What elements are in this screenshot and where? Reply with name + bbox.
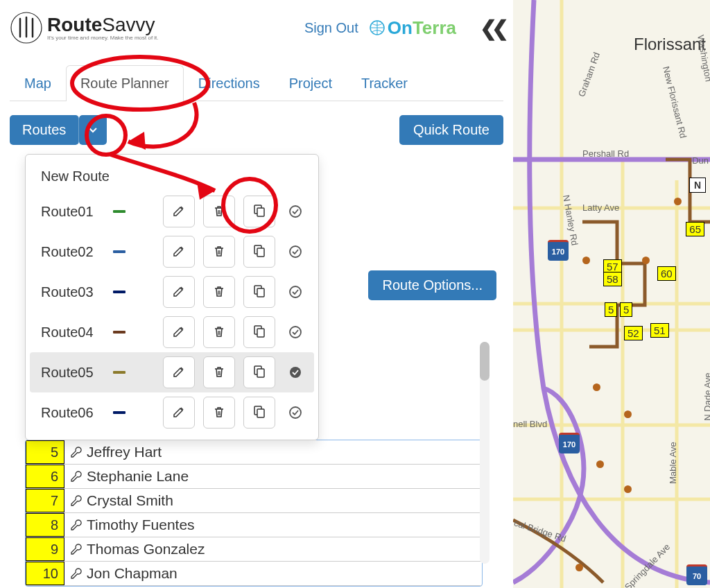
edit-route-button[interactable]	[163, 397, 195, 429]
trash-icon	[212, 204, 226, 220]
stop-name: Timothy Fuentes	[64, 517, 195, 533]
map-marker[interactable]: 5	[605, 302, 617, 317]
route-row[interactable]: Route02	[30, 232, 314, 272]
copy-route-button[interactable]	[243, 397, 275, 429]
route-check-icon[interactable]	[288, 405, 303, 420]
route-check-icon[interactable]	[288, 284, 303, 300]
map-marker[interactable]: 58	[603, 272, 622, 286]
route-name: Route06	[41, 405, 105, 421]
svg-point-29	[290, 367, 301, 378]
route-row[interactable]: Route01	[30, 191, 314, 232]
edit-route-button[interactable]	[163, 316, 195, 348]
stop-number: 10	[26, 562, 64, 585]
delete-route-button[interactable]	[203, 316, 235, 348]
routes-dropdown-toggle[interactable]	[79, 115, 107, 145]
routes-split-button: Routes	[10, 115, 107, 145]
map-marker[interactable]: 65	[686, 222, 704, 236]
svg-rect-23	[257, 329, 264, 337]
route-check-icon[interactable]	[288, 365, 303, 380]
route-color-swatch	[113, 291, 125, 293]
toolbar: Routes Quick Route	[10, 115, 503, 145]
wrench-icon	[70, 567, 83, 580]
map-dot	[596, 460, 604, 468]
delete-route-button[interactable]	[203, 397, 235, 429]
tab-bar: Map Route Planner Directions Project Tra…	[10, 65, 503, 101]
edit-route-button[interactable]	[163, 196, 195, 227]
collapse-panel-icon[interactable]: ❮❮	[480, 16, 503, 40]
route-row[interactable]: Route05	[30, 352, 314, 392]
route-name: Route03	[41, 284, 105, 300]
stop-row[interactable]: 10Jon Chapman	[26, 562, 482, 586]
copy-route-button[interactable]	[243, 276, 275, 308]
delete-route-button[interactable]	[203, 276, 235, 308]
onterra-logo: OnTerra	[368, 17, 456, 39]
stop-name: Stephanie Lane	[64, 468, 189, 485]
wrench-icon	[70, 519, 83, 531]
copy-icon	[252, 284, 267, 301]
edit-route-button[interactable]	[163, 356, 195, 388]
delete-route-button[interactable]	[203, 356, 235, 388]
stop-number: 7	[26, 489, 64, 512]
route-row[interactable]: Route04	[30, 312, 314, 352]
stop-row[interactable]: 9Thomas Gonzalez	[26, 537, 482, 562]
trash-icon	[212, 325, 226, 340]
header-right: Sign Out OnTerra ❮❮	[304, 16, 503, 40]
new-route-item[interactable]: New Route	[30, 162, 314, 191]
route-options-button[interactable]: Route Options...	[368, 270, 496, 300]
copy-route-button[interactable]	[243, 316, 275, 348]
pencil-icon	[172, 365, 186, 381]
scrollbar-thumb[interactable]	[480, 342, 490, 381]
logo: RouteSavvy It's your time and money. Mak…	[10, 11, 159, 44]
map-dot	[674, 198, 682, 205]
copy-icon	[252, 324, 267, 341]
copy-route-button[interactable]	[243, 196, 275, 227]
map-marker[interactable]: 60	[657, 266, 676, 281]
tab-directions[interactable]: Directions	[184, 65, 275, 101]
svg-point-34	[290, 407, 301, 418]
tab-map[interactable]: Map	[10, 65, 66, 101]
map-panel[interactable]: Florissant Graham Rd Washington New Flor…	[513, 0, 710, 588]
map-dot	[624, 485, 632, 493]
edit-route-button[interactable]	[163, 236, 195, 268]
route-check-icon[interactable]	[288, 244, 303, 259]
map-marker[interactable]: 51	[650, 323, 669, 338]
sign-out-link[interactable]: Sign Out	[304, 20, 358, 36]
wrench-icon	[70, 543, 83, 555]
edit-route-button[interactable]	[163, 276, 195, 308]
svg-point-24	[290, 327, 301, 338]
tab-route-planner[interactable]: Route Planner	[66, 65, 184, 101]
quick-route-button[interactable]: Quick Route	[399, 115, 503, 145]
stop-row[interactable]: 8Timothy Fuentes	[26, 513, 482, 537]
tab-project[interactable]: Project	[275, 65, 347, 101]
shield-n: N	[689, 178, 706, 193]
stop-row[interactable]: 6Stephanie Lane	[26, 465, 482, 489]
copy-route-button[interactable]	[243, 356, 275, 388]
stop-name: Crystal Smith	[64, 492, 173, 509]
stop-row[interactable]: 5Jeffrey Hart	[26, 440, 482, 465]
map-marker[interactable]: 52	[624, 326, 643, 340]
svg-rect-28	[257, 369, 264, 377]
map-canvas	[513, 0, 710, 588]
tab-tracker[interactable]: Tracker	[347, 65, 422, 101]
routes-button[interactable]: Routes	[10, 115, 79, 145]
route-check-icon[interactable]	[288, 325, 303, 340]
delete-route-button[interactable]	[203, 196, 235, 227]
route-row[interactable]: Route06	[30, 392, 314, 433]
copy-route-button[interactable]	[243, 236, 275, 268]
scrollbar[interactable]	[480, 342, 490, 564]
trash-icon	[212, 284, 226, 300]
route-row[interactable]: Route03	[30, 272, 314, 312]
stop-row[interactable]: 7Crystal Smith	[26, 489, 482, 513]
left-panel: RouteSavvy It's your time and money. Mak…	[0, 0, 513, 588]
road-label-dun: Dun	[692, 155, 709, 166]
route-color-swatch	[113, 411, 125, 414]
logo-mark-icon	[10, 11, 43, 44]
routes-dropdown: New Route Route01Route02Route03Route04Ro…	[25, 154, 319, 440]
map-marker[interactable]: 5	[620, 302, 632, 317]
logo-text-secondary: Savvy	[102, 14, 155, 35]
shield-i70: 70	[686, 564, 707, 585]
delete-route-button[interactable]	[203, 236, 235, 268]
route-check-icon[interactable]	[288, 204, 303, 219]
copy-icon	[252, 404, 267, 422]
trash-icon	[212, 365, 226, 381]
